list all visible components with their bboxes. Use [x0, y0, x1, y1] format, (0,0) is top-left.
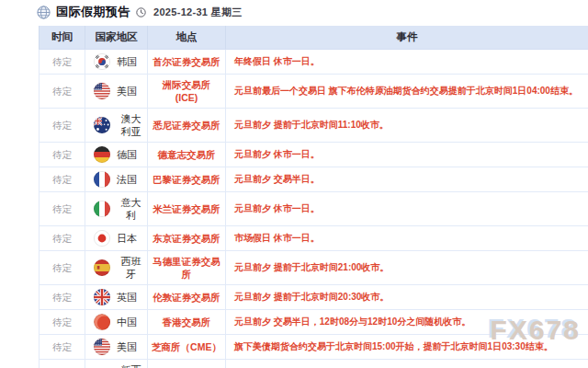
country-name: 中国 [117, 316, 137, 328]
event-cell: 市场假日 休市一日。 [226, 226, 588, 251]
event-cell: 元旦前夕 提前于北京时间11:10收市。 [226, 109, 588, 143]
flag-icon-fr [94, 171, 110, 188]
time-cell: 待定 [40, 251, 85, 285]
flag-icon-de [94, 146, 110, 163]
time-cell: 待定 [40, 143, 85, 167]
table-row: 待定德国德意志交易所元旦前夕 休市一日。 [40, 143, 588, 167]
country-name: 美国 [117, 85, 137, 98]
location-cell: 芝商所（CME） [148, 335, 226, 360]
country-name: 英国 [117, 291, 137, 304]
country-cell: 新西兰 [85, 360, 148, 368]
event-cell: 旗下美债期货合约交易于北京时间15:00开始，提前于北京时间1日03:30结束。 [226, 335, 588, 360]
flag-icon-es [94, 259, 110, 276]
table-row: 待定西班牙马德里证券交易所元旦前夕 提前于北京时间21:00收市。 [40, 251, 588, 285]
time-cell: 待定 [40, 192, 85, 226]
country-name: 西班牙 [117, 255, 145, 281]
country-name: 澳大利亚 [117, 112, 145, 138]
event-cell: 元旦前夕 提前于北京时间21:00收市。 [226, 251, 588, 285]
country-name: 美国 [117, 340, 137, 353]
event-cell: 元旦前夕 交易半日。 [226, 167, 588, 192]
event-cell: 元旦前夕 休市一日。 [226, 192, 588, 226]
table-row: 待定意大利米兰证券交易所元旦前夕 休市一日。 [40, 192, 588, 226]
table-row: 待定新西兰证券交易所元旦前夕 提前于北京时间08:00收市。 [40, 360, 588, 368]
table-body: 待定韩国首尔证券交易所年终假日 休市一日。待定美国洲际交易所 (ICE)元旦前最… [40, 50, 588, 368]
table-row: 待定澳大利亚悉尼证券交易所元旦前夕 提前于北京时间11:10收市。 [40, 109, 588, 143]
page-title: 国际假期预告 [56, 4, 130, 20]
col-header-event: 事件 [226, 26, 588, 50]
country-name: 日本 [117, 232, 137, 245]
table-row: 待定美国芝商所（CME）旗下美债期货合约交易于北京时间15:00开始，提前于北京… [40, 335, 588, 360]
flag-icon-us [94, 83, 110, 99]
location-cell: 德意志交易所 [148, 143, 226, 167]
event-cell: 元旦前夕 交易半日，12时08分与12时10分之间随机收市。 [226, 310, 588, 335]
table-row: 待定日本东京证券交易所市场假日 休市一日。 [40, 226, 588, 251]
event-cell: 元旦前夕 提前于北京时间20:30收市。 [226, 285, 588, 310]
location-cell: 香港交易所 [148, 310, 226, 335]
event-cell: 年终假日 休市一日。 [226, 50, 588, 75]
country-cell: 英国 [85, 285, 148, 310]
location-cell: 悉尼证券交易所 [148, 109, 226, 143]
flag-icon-au [94, 117, 110, 133]
country-name: 韩国 [117, 55, 137, 68]
location-cell: 洲际交易所 (ICE) [148, 75, 226, 109]
holiday-forecast-page: 国际假期预告 2025-12-31 星期三 时间 国家地区 地点 事件 待定韩国… [0, 0, 588, 368]
country-cell: 美国 [85, 75, 148, 109]
country-cell: 法国 [85, 167, 148, 192]
flag-icon-cn [94, 314, 110, 330]
table-header-row: 时间 国家地区 地点 事件 [40, 26, 588, 50]
time-cell: 待定 [40, 335, 85, 360]
table-row: 待定美国洲际交易所 (ICE)元旦前最后一个交易日 旗下布伦特原油期货合约交易提… [40, 75, 588, 109]
table-row: 待定英国伦敦证券交易所元旦前夕 提前于北京时间20:30收市。 [40, 285, 588, 310]
clock-icon [136, 7, 146, 17]
event-cell: 元旦前最后一个交易日 旗下布伦特原油期货合约交易提前于北京时间1日04:00结束… [226, 75, 588, 109]
location-cell: 巴黎证券交易所 [148, 167, 226, 192]
country-cell: 美国 [85, 335, 148, 360]
table-row: 待定中国香港交易所元旦前夕 交易半日，12时08分与12时10分之间随机收市。 [40, 310, 588, 335]
flag-icon-jp [94, 230, 110, 247]
country-name: 法国 [117, 173, 137, 186]
country-cell: 中国 [85, 310, 148, 335]
col-header-country: 国家地区 [85, 26, 148, 50]
flag-icon-kr [94, 53, 110, 70]
table-row: 待定法国巴黎证券交易所元旦前夕 交易半日。 [40, 167, 588, 192]
time-cell: 待定 [40, 285, 85, 310]
time-cell: 待定 [40, 226, 85, 251]
country-cell: 日本 [85, 226, 148, 251]
country-cell: 澳大利亚 [85, 109, 148, 143]
flag-icon-it [94, 201, 110, 217]
country-name: 德国 [117, 148, 137, 161]
col-header-location: 地点 [148, 26, 226, 50]
time-cell: 待定 [40, 167, 85, 192]
time-cell: 待定 [40, 310, 85, 335]
time-cell: 待定 [40, 109, 85, 143]
location-cell: 马德里证券交易所 [148, 251, 226, 285]
country-cell: 德国 [85, 143, 148, 167]
country-name: 新西兰 [117, 363, 145, 368]
time-cell: 待定 [40, 360, 85, 368]
location-cell: 首尔证券交易所 [148, 50, 226, 75]
location-cell: 证券交易所 [148, 360, 226, 368]
titlebar: 国际假期预告 2025-12-31 星期三 [37, 3, 243, 21]
time-cell: 待定 [40, 50, 85, 75]
flag-icon-us [94, 339, 110, 355]
event-cell: 元旦前夕 提前于北京时间08:00收市。 [226, 360, 588, 368]
country-cell: 韩国 [85, 50, 148, 75]
flag-icon-gb [94, 289, 110, 305]
table-row: 待定韩国首尔证券交易所年终假日 休市一日。 [40, 50, 588, 75]
col-header-time: 时间 [40, 26, 85, 50]
holiday-table: 时间 国家地区 地点 事件 待定韩国首尔证券交易所年终假日 休市一日。待定美国洲… [39, 26, 588, 368]
globe-icon [37, 6, 51, 19]
country-cell: 西班牙 [85, 251, 148, 285]
country-cell: 意大利 [85, 192, 148, 226]
time-cell: 待定 [40, 75, 85, 109]
location-cell: 东京证券交易所 [148, 226, 226, 251]
location-cell: 伦敦证券交易所 [148, 285, 226, 310]
location-cell: 米兰证券交易所 [148, 192, 226, 226]
date-label: 2025-12-31 星期三 [153, 6, 243, 19]
country-name: 意大利 [117, 196, 145, 222]
event-cell: 元旦前夕 休市一日。 [226, 143, 588, 167]
